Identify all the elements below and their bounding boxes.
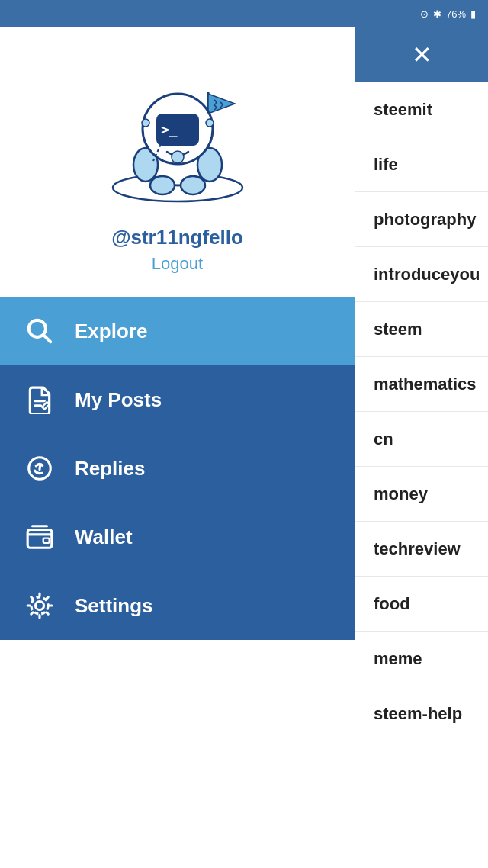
battery-percent: 76%	[446, 8, 466, 20]
avatar: >_	[101, 58, 254, 211]
dropdown-item-photography[interactable]: photography	[355, 192, 488, 247]
reply-icon	[23, 452, 56, 485]
gear-icon	[23, 589, 56, 622]
nav-item-explore[interactable]: Explore	[0, 297, 355, 365]
dropdown-item-techreview[interactable]: techreview	[355, 522, 488, 577]
my-posts-label: My Posts	[75, 388, 162, 412]
dropdown-item-money[interactable]: money	[355, 467, 488, 522]
clock-icon: ⊙	[420, 8, 429, 20]
svg-point-12	[172, 151, 184, 163]
svg-text:>_: >_	[161, 121, 178, 137]
svg-point-10	[142, 119, 149, 127]
svg-point-6	[181, 176, 205, 194]
profile-area: >_ @str11ngfello Logout	[0, 27, 355, 297]
status-icons: ⊙ ✱ 76% ▮	[420, 8, 476, 20]
nav-item-replies[interactable]: Replies	[0, 434, 355, 503]
explore-label: Explore	[75, 320, 147, 343]
nav-item-wallet[interactable]: Wallet	[0, 503, 355, 571]
battery-icon: ▮	[470, 8, 476, 20]
svg-point-11	[206, 119, 214, 127]
close-icon: ✕	[412, 43, 432, 67]
svg-point-21	[35, 601, 43, 609]
robot-illustration: >_	[101, 62, 254, 207]
dropdown-item-mathematics[interactable]: mathematics	[355, 357, 488, 412]
dropdown-item-introduceyou[interactable]: introduceyou	[355, 247, 488, 302]
svg-line-15	[44, 336, 51, 342]
dropdown-list: steemitlifephotographyintroduceyousteemm…	[355, 82, 488, 741]
nav-item-settings[interactable]: Settings	[0, 571, 355, 640]
dropdown-item-meme[interactable]: meme	[355, 632, 488, 686]
wallet-icon	[23, 520, 56, 554]
nav-item-my-posts[interactable]: My Posts	[0, 365, 355, 434]
bluetooth-icon: ✱	[433, 8, 441, 20]
svg-point-5	[150, 176, 175, 194]
dropdown-item-food[interactable]: food	[355, 577, 488, 632]
svg-point-22	[31, 597, 48, 614]
dropdown-item-steemit[interactable]: steemit	[355, 82, 488, 137]
right-panel: ✕ steemitlifephotographyintroduceyoustee…	[355, 27, 488, 868]
nav-menu: Explore My Posts	[0, 297, 355, 868]
svg-rect-20	[43, 538, 50, 543]
status-bar: ⊙ ✱ 76% ▮	[0, 0, 488, 27]
dropdown-item-cn[interactable]: cn	[355, 412, 488, 467]
dropdown-item-life[interactable]: life	[355, 137, 488, 192]
settings-label: Settings	[75, 594, 153, 618]
dropdown-item-steem-help[interactable]: steem-help	[355, 686, 488, 741]
left-panel: >_ @str11ngfello Logout	[0, 27, 355, 868]
logout-button[interactable]: Logout	[152, 254, 203, 274]
search-icon	[23, 314, 56, 348]
main-layout: >_ @str11ngfello Logout	[0, 27, 488, 868]
document-icon	[23, 383, 56, 416]
close-dropdown-button[interactable]: ✕	[355, 27, 488, 82]
dropdown-item-steem[interactable]: steem	[355, 302, 488, 357]
username: @str11ngfello	[111, 226, 243, 249]
wallet-label: Wallet	[75, 526, 133, 549]
replies-label: Replies	[75, 457, 146, 481]
